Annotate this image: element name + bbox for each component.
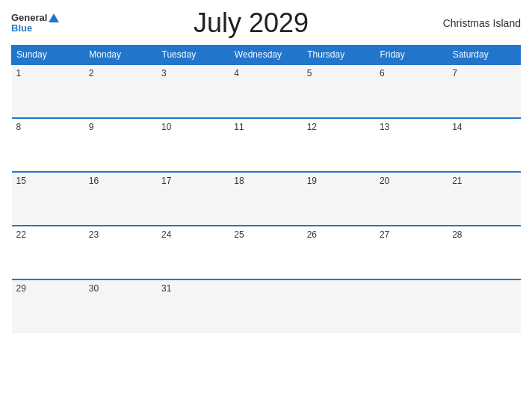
calendar-week-row: 1234567 (12, 64, 521, 118)
calendar-week-row: 22232425262728 (12, 226, 521, 279)
calendar-table: Sunday Monday Tuesday Wednesday Thursday… (11, 45, 521, 333)
day-num: 1 (16, 68, 22, 78)
table-row: 25 (229, 226, 302, 279)
day-num: 11 (234, 122, 244, 132)
day-num: 13 (380, 122, 389, 132)
table-row: 23 (84, 226, 157, 279)
day-num: 6 (380, 68, 385, 78)
table-row: 20 (375, 172, 448, 226)
table-row: 18 (229, 172, 302, 226)
day-num: 27 (380, 229, 389, 240)
calendar-location: Christmas Island (443, 17, 521, 29)
day-num: 14 (452, 122, 462, 132)
day-num: 20 (380, 176, 389, 186)
day-num: 12 (307, 122, 317, 132)
day-num: 16 (89, 176, 99, 186)
table-row: 27 (375, 226, 448, 279)
day-num: 18 (234, 176, 244, 186)
table-row (448, 279, 520, 333)
day-num: 26 (307, 229, 317, 240)
header-sunday: Sunday (12, 46, 84, 65)
calendar-header: General Blue July 2029 Christmas Island (11, 7, 521, 39)
day-num: 10 (161, 122, 171, 132)
header-monday: Monday (84, 46, 157, 65)
table-row: 15 (12, 172, 84, 226)
logo-blue-text: Blue (11, 23, 32, 34)
table-row (375, 279, 448, 333)
day-num: 23 (89, 229, 99, 240)
table-row: 24 (157, 226, 229, 279)
table-row: 6 (375, 64, 448, 118)
day-num: 5 (307, 68, 312, 78)
day-num: 19 (307, 176, 317, 186)
calendar-week-row: 891011121314 (12, 118, 521, 172)
logo-triangle-icon (49, 13, 59, 22)
day-num: 4 (234, 68, 239, 78)
table-row: 4 (229, 64, 302, 118)
day-num: 31 (161, 283, 171, 294)
day-num: 29 (16, 283, 26, 294)
table-row: 26 (303, 226, 375, 279)
table-row: 8 (12, 118, 84, 172)
header-thursday: Thursday (303, 46, 375, 65)
calendar-title: July 2029 (194, 7, 309, 39)
header-saturday: Saturday (448, 46, 520, 65)
day-num: 22 (16, 229, 26, 240)
table-row: 5 (303, 64, 375, 118)
day-num: 15 (16, 176, 26, 186)
table-row: 3 (157, 64, 229, 118)
table-row: 30 (84, 279, 157, 333)
table-row (229, 279, 302, 333)
table-row: 28 (448, 226, 520, 279)
table-row: 10 (157, 118, 229, 172)
day-num: 28 (452, 229, 462, 240)
table-row: 19 (303, 172, 375, 226)
header-friday: Friday (375, 46, 448, 65)
table-row: 12 (303, 118, 375, 172)
header-tuesday: Tuesday (157, 46, 229, 65)
day-num: 30 (89, 283, 99, 294)
day-num: 2 (89, 68, 94, 78)
table-row: 1 (12, 64, 84, 118)
day-num: 17 (161, 176, 171, 186)
day-num: 21 (452, 176, 462, 186)
day-num: 25 (234, 229, 244, 240)
calendar-week-row: 293031 (12, 279, 521, 333)
calendar-week-row: 15161718192021 (12, 172, 521, 226)
day-num: 3 (161, 68, 167, 78)
table-row: 31 (157, 279, 229, 333)
table-row: 16 (84, 172, 157, 226)
day-num: 9 (89, 122, 94, 132)
calendar-container: General Blue July 2029 Christmas Island … (0, 0, 532, 411)
table-row (303, 279, 375, 333)
day-num: 7 (452, 68, 457, 78)
day-num: 8 (16, 122, 22, 132)
logo-general-text: General (11, 13, 47, 23)
day-num: 24 (161, 229, 171, 240)
table-row: 14 (448, 118, 520, 172)
table-row: 2 (84, 64, 157, 118)
table-row: 29 (12, 279, 84, 333)
table-row: 22 (12, 226, 84, 279)
table-row: 13 (375, 118, 448, 172)
days-header-row: Sunday Monday Tuesday Wednesday Thursday… (12, 46, 521, 65)
header-wednesday: Wednesday (229, 46, 302, 65)
table-row: 11 (229, 118, 302, 172)
logo: General Blue (11, 13, 59, 34)
table-row: 7 (448, 64, 520, 118)
table-row: 9 (84, 118, 157, 172)
table-row: 17 (157, 172, 229, 226)
table-row: 21 (448, 172, 520, 226)
